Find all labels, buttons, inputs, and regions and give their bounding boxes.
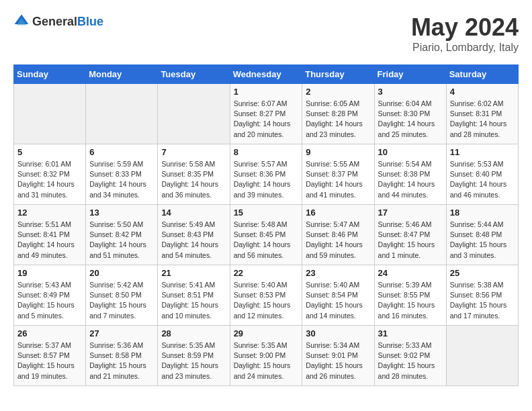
day-number: 25	[450, 268, 515, 278]
calendar-subtitle: Piario, Lombardy, Italy	[411, 42, 519, 54]
day-number: 22	[234, 268, 299, 278]
calendar-day-cell	[158, 84, 230, 144]
day-number: 10	[378, 147, 443, 157]
weekday-header-cell: Wednesday	[230, 65, 302, 84]
day-number: 20	[89, 268, 154, 278]
day-info: Sunrise: 5:43 AMSunset: 8:49 PMDaylight:…	[17, 280, 82, 321]
weekday-header-cell: Sunday	[14, 65, 86, 84]
calendar-day-cell: 15Sunrise: 5:48 AMSunset: 8:45 PMDayligh…	[230, 205, 302, 265]
calendar-day-cell: 30Sunrise: 5:34 AMSunset: 9:01 PMDayligh…	[302, 326, 374, 386]
calendar-day-cell: 3Sunrise: 6:04 AMSunset: 8:30 PMDaylight…	[374, 84, 446, 144]
day-number: 4	[450, 87, 515, 97]
calendar-day-cell: 25Sunrise: 5:38 AMSunset: 8:56 PMDayligh…	[446, 265, 518, 326]
day-info: Sunrise: 5:58 AMSunset: 8:35 PMDaylight:…	[161, 159, 226, 200]
day-info: Sunrise: 5:49 AMSunset: 8:43 PMDaylight:…	[161, 220, 226, 261]
day-info: Sunrise: 5:53 AMSunset: 8:40 PMDaylight:…	[450, 159, 515, 200]
day-number: 16	[306, 208, 370, 218]
day-info: Sunrise: 5:35 AMSunset: 8:59 PMDaylight:…	[161, 340, 226, 381]
day-info: Sunrise: 6:05 AMSunset: 8:28 PMDaylight:…	[306, 99, 370, 140]
calendar-week-row: 26Sunrise: 5:37 AMSunset: 8:57 PMDayligh…	[14, 326, 519, 386]
calendar-title: May 2024	[411, 13, 519, 42]
page-header: GeneralBlue May 2024 Piario, Lombardy, I…	[13, 13, 519, 54]
day-number: 21	[161, 268, 226, 278]
logo-icon	[13, 13, 30, 30]
day-number: 14	[161, 208, 226, 218]
calendar-day-cell: 21Sunrise: 5:41 AMSunset: 8:51 PMDayligh…	[158, 265, 230, 326]
calendar-day-cell: 18Sunrise: 5:44 AMSunset: 8:48 PMDayligh…	[446, 205, 518, 265]
weekday-header-cell: Saturday	[446, 65, 518, 84]
calendar-day-cell: 19Sunrise: 5:43 AMSunset: 8:49 PMDayligh…	[14, 265, 86, 326]
calendar-day-cell: 7Sunrise: 5:58 AMSunset: 8:35 PMDaylight…	[158, 144, 230, 205]
day-number: 8	[234, 147, 299, 157]
day-info: Sunrise: 6:01 AMSunset: 8:32 PMDaylight:…	[17, 159, 82, 200]
day-info: Sunrise: 5:38 AMSunset: 8:56 PMDaylight:…	[450, 280, 515, 321]
calendar-day-cell: 29Sunrise: 5:35 AMSunset: 9:00 PMDayligh…	[230, 326, 302, 386]
calendar-day-cell: 31Sunrise: 5:33 AMSunset: 9:02 PMDayligh…	[374, 326, 446, 386]
calendar-day-cell: 11Sunrise: 5:53 AMSunset: 8:40 PMDayligh…	[446, 144, 518, 205]
day-number: 23	[306, 268, 370, 278]
calendar-day-cell: 1Sunrise: 6:07 AMSunset: 8:27 PMDaylight…	[230, 84, 302, 144]
day-number: 15	[234, 208, 299, 218]
calendar-day-cell: 9Sunrise: 5:55 AMSunset: 8:37 PMDaylight…	[302, 144, 374, 205]
day-number: 5	[17, 147, 82, 157]
calendar-day-cell: 26Sunrise: 5:37 AMSunset: 8:57 PMDayligh…	[14, 326, 86, 386]
calendar-table: SundayMondayTuesdayWednesdayThursdayFrid…	[13, 64, 519, 386]
day-number: 31	[378, 328, 443, 338]
day-info: Sunrise: 6:07 AMSunset: 8:27 PMDaylight:…	[234, 99, 299, 140]
calendar-day-cell	[86, 84, 158, 144]
calendar-day-cell: 8Sunrise: 5:57 AMSunset: 8:36 PMDaylight…	[230, 144, 302, 205]
calendar-day-cell: 27Sunrise: 5:36 AMSunset: 8:58 PMDayligh…	[86, 326, 158, 386]
day-number: 24	[378, 268, 443, 278]
day-info: Sunrise: 5:35 AMSunset: 9:00 PMDaylight:…	[234, 340, 299, 381]
day-number: 19	[17, 268, 82, 278]
day-number: 7	[161, 147, 226, 157]
calendar-day-cell: 20Sunrise: 5:42 AMSunset: 8:50 PMDayligh…	[86, 265, 158, 326]
calendar-day-cell: 2Sunrise: 6:05 AMSunset: 8:28 PMDaylight…	[302, 84, 374, 144]
weekday-header-cell: Thursday	[302, 65, 374, 84]
weekday-header-row: SundayMondayTuesdayWednesdayThursdayFrid…	[14, 65, 519, 84]
calendar-day-cell	[446, 326, 518, 386]
day-info: Sunrise: 5:50 AMSunset: 8:42 PMDaylight:…	[89, 220, 154, 261]
day-info: Sunrise: 5:41 AMSunset: 8:51 PMDaylight:…	[161, 280, 226, 321]
day-number: 11	[450, 147, 515, 157]
day-info: Sunrise: 5:40 AMSunset: 8:53 PMDaylight:…	[234, 280, 299, 321]
day-number: 29	[234, 328, 299, 338]
weekday-header-cell: Monday	[86, 65, 158, 84]
logo-general: General	[32, 15, 77, 28]
day-number: 13	[89, 208, 154, 218]
calendar-day-cell	[14, 84, 86, 144]
calendar-day-cell: 10Sunrise: 5:54 AMSunset: 8:38 PMDayligh…	[374, 144, 446, 205]
day-info: Sunrise: 5:55 AMSunset: 8:37 PMDaylight:…	[306, 159, 370, 200]
calendar-day-cell: 24Sunrise: 5:39 AMSunset: 8:55 PMDayligh…	[374, 265, 446, 326]
day-info: Sunrise: 5:42 AMSunset: 8:50 PMDaylight:…	[89, 280, 154, 321]
day-number: 17	[378, 208, 443, 218]
day-info: Sunrise: 5:57 AMSunset: 8:36 PMDaylight:…	[234, 159, 299, 200]
day-info: Sunrise: 5:51 AMSunset: 8:41 PMDaylight:…	[17, 220, 82, 261]
calendar-day-cell: 12Sunrise: 5:51 AMSunset: 8:41 PMDayligh…	[14, 205, 86, 265]
day-info: Sunrise: 5:46 AMSunset: 8:47 PMDaylight:…	[378, 220, 443, 261]
day-number: 12	[17, 208, 82, 218]
weekday-header-cell: Tuesday	[158, 65, 230, 84]
day-info: Sunrise: 5:39 AMSunset: 8:55 PMDaylight:…	[378, 280, 443, 321]
day-info: Sunrise: 5:36 AMSunset: 8:58 PMDaylight:…	[89, 340, 154, 381]
calendar-day-cell: 14Sunrise: 5:49 AMSunset: 8:43 PMDayligh…	[158, 205, 230, 265]
calendar-day-cell: 28Sunrise: 5:35 AMSunset: 8:59 PMDayligh…	[158, 326, 230, 386]
day-number: 28	[161, 328, 226, 338]
day-info: Sunrise: 5:48 AMSunset: 8:45 PMDaylight:…	[234, 220, 299, 261]
day-number: 3	[378, 87, 443, 97]
logo: GeneralBlue	[13, 13, 103, 30]
calendar-body: 1Sunrise: 6:07 AMSunset: 8:27 PMDaylight…	[14, 84, 519, 386]
calendar-day-cell: 17Sunrise: 5:46 AMSunset: 8:47 PMDayligh…	[374, 205, 446, 265]
day-number: 1	[234, 87, 299, 97]
logo-text: GeneralBlue	[32, 15, 103, 29]
logo-blue: Blue	[77, 15, 103, 28]
day-info: Sunrise: 6:02 AMSunset: 8:31 PMDaylight:…	[450, 99, 515, 140]
day-number: 6	[89, 147, 154, 157]
day-info: Sunrise: 6:04 AMSunset: 8:30 PMDaylight:…	[378, 99, 443, 140]
calendar-week-row: 12Sunrise: 5:51 AMSunset: 8:41 PMDayligh…	[14, 205, 519, 265]
day-number: 18	[450, 208, 515, 218]
calendar-day-cell: 22Sunrise: 5:40 AMSunset: 8:53 PMDayligh…	[230, 265, 302, 326]
day-info: Sunrise: 5:44 AMSunset: 8:48 PMDaylight:…	[450, 220, 515, 261]
calendar-day-cell: 4Sunrise: 6:02 AMSunset: 8:31 PMDaylight…	[446, 84, 518, 144]
calendar-week-row: 19Sunrise: 5:43 AMSunset: 8:49 PMDayligh…	[14, 265, 519, 326]
